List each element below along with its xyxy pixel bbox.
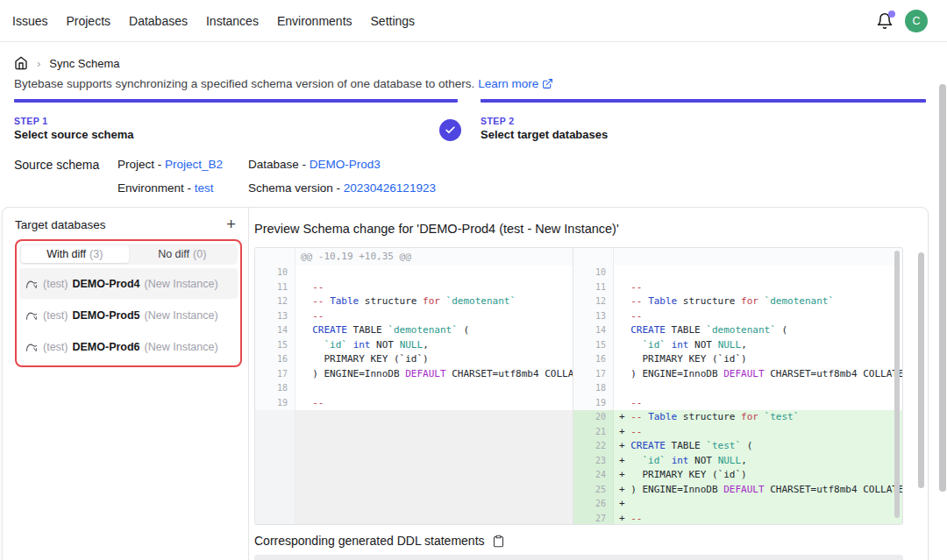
- diff-line: 14 CREATE TABLE `demotenant` (: [255, 323, 573, 338]
- step-1-title: Select source schema: [14, 128, 458, 141]
- database-label: Database -: [248, 158, 310, 171]
- target-databases-highlight-box: With diff(3)No diff(0) (test)DEMO-Prod4(…: [15, 239, 242, 367]
- database-environment: (test): [43, 309, 68, 322]
- page-title: Sync Schema: [49, 57, 119, 70]
- mysql-icon: [25, 278, 39, 290]
- database-note: (New Instance): [145, 278, 218, 290]
- nav-item-settings[interactable]: Settings: [371, 14, 416, 28]
- mysql-icon: [25, 309, 39, 322]
- diff-filler-line: [255, 483, 573, 498]
- diff-line: 17 ) ENGINE=InnoDB DEFAULT CHARSET=utf8m…: [255, 367, 573, 382]
- mysql-icon: [25, 341, 39, 353]
- page-scrollbar[interactable]: [939, 84, 946, 492]
- diff-line: 19 --: [573, 396, 902, 411]
- tab-label: With diff: [46, 248, 86, 260]
- database-name: DEMO-Prod4: [72, 278, 139, 290]
- diff-line: 18: [573, 381, 902, 396]
- clipboard-icon: [492, 535, 505, 548]
- field-schema-version: Schema version - 20230426121923: [248, 181, 436, 195]
- nav-item-projects[interactable]: Projects: [66, 14, 110, 28]
- diff-line: 20+ -- Table structure for `test`: [573, 410, 902, 425]
- diff-filler-line: [255, 497, 573, 512]
- diff-line: 16 PRIMARY KEY (`id`): [573, 352, 902, 367]
- diff-line: 17 ) ENGINE=InnoDB DEFAULT CHARSET=utf8m…: [573, 367, 902, 382]
- tab-no-diff[interactable]: No diff(0): [129, 245, 237, 263]
- database-note: (New Instance): [145, 309, 218, 322]
- nav-item-environments[interactable]: Environments: [277, 14, 352, 28]
- diff-line: 15 `id` int NOT NULL,: [255, 338, 573, 353]
- avatar[interactable]: C: [905, 10, 928, 32]
- database-item-demo-prod6[interactable]: (test)DEMO-Prod6(New Instance): [19, 331, 238, 362]
- environment-link[interactable]: test: [195, 181, 214, 195]
- field-project: Project - Project_B2: [117, 158, 223, 171]
- database-name: DEMO-Prod5: [72, 309, 139, 322]
- ddl-statements-label: Corresponding generated DDL statements: [254, 534, 485, 548]
- diff-scrollbar[interactable]: [894, 251, 900, 518]
- database-environment: (test): [43, 341, 68, 353]
- project-link[interactable]: Project_B2: [165, 158, 223, 171]
- intro-text-row: Bytebase supports synchronizing a specif…: [14, 77, 553, 90]
- step-2: STEP 2 Select target databases: [481, 99, 926, 141]
- diff-line: 22+ CREATE TABLE `test` (: [573, 439, 902, 454]
- diff-line: 27+ --: [573, 512, 902, 525]
- diff-line: 11 --: [255, 280, 573, 295]
- notification-dot: [888, 11, 895, 18]
- schema-diff-viewer: @@ -10,19 +10,35 @@1011 --12 -- Table st…: [254, 247, 903, 525]
- notification-bell-button[interactable]: [876, 12, 894, 30]
- nav-item-databases[interactable]: Databases: [129, 14, 188, 28]
- step-2-progress-bar: [481, 99, 926, 103]
- top-bar: IssuesProjectsDatabasesInstancesEnvironm…: [0, 0, 947, 42]
- diff-line: 25+ ) ENGINE=InnoDB DEFAULT CHARSET=utf8…: [573, 483, 902, 498]
- add-target-database-button[interactable]: +: [226, 216, 236, 232]
- target-databases-title: Target databases: [15, 218, 106, 231]
- preview-title: Preview Schema change for 'DEMO-Prod4 (t…: [254, 222, 619, 236]
- step-1-progress-bar: [14, 99, 458, 103]
- field-environment: Environment - test: [117, 181, 214, 195]
- content-scrollbar[interactable]: [918, 252, 924, 488]
- step-complete-check-icon: [439, 119, 461, 141]
- bell-icon: [876, 18, 894, 32]
- database-item-demo-prod4[interactable]: (test)DEMO-Prod4(New Instance): [19, 268, 238, 299]
- diff-line: 11 --: [573, 280, 902, 295]
- schema-version-link[interactable]: 20230426121923: [344, 181, 436, 195]
- diff-filler-line: [255, 410, 573, 425]
- field-database: Database - DEMO-Prod3: [248, 158, 381, 171]
- external-link-icon[interactable]: [542, 78, 553, 89]
- diff-hunk-header: @@ -10,19 +10,35 @@: [255, 248, 573, 266]
- tab-with-diff[interactable]: With diff(3): [21, 245, 129, 263]
- diff-line: 26+: [573, 497, 902, 512]
- nav-item-issues[interactable]: Issues: [12, 14, 47, 28]
- step-2-label: STEP 2: [481, 116, 926, 126]
- copy-ddl-button[interactable]: [492, 535, 505, 548]
- database-note: (New Instance): [145, 341, 218, 353]
- chevron-right-icon: ›: [37, 57, 40, 70]
- schema-version-label: Schema version -: [248, 181, 344, 195]
- nav-item-instances[interactable]: Instances: [206, 14, 259, 28]
- step-1-label: STEP 1: [14, 116, 458, 126]
- database-environment: (test): [43, 278, 68, 290]
- diff-pane-source: @@ -10,19 +10,35 @@1011 --12 -- Table st…: [255, 248, 573, 524]
- diff-filler-line: [255, 439, 573, 454]
- top-bar-right: C: [876, 10, 935, 32]
- home-icon[interactable]: [14, 56, 28, 70]
- diff-line: 19 --: [255, 396, 573, 411]
- database-name: DEMO-Prod6: [72, 341, 139, 353]
- diff-line: 24+ PRIMARY KEY (`id`): [573, 468, 902, 483]
- diff-line: 16 PRIMARY KEY (`id`): [255, 352, 573, 367]
- database-item-demo-prod5[interactable]: (test)DEMO-Prod5(New Instance): [19, 300, 238, 330]
- diff-line: 18: [255, 381, 573, 396]
- diff-line: 21+ --: [573, 425, 902, 440]
- diff-line: 10: [573, 266, 902, 280]
- ddl-statements-row: Corresponding generated DDL statements: [254, 534, 505, 548]
- main-card: Target databases + With diff(3)No diff(0…: [2, 207, 929, 560]
- diff-hunk-header: [573, 248, 902, 266]
- learn-more-link[interactable]: Learn more: [478, 77, 538, 90]
- tab-count: (3): [89, 248, 103, 260]
- database-link[interactable]: DEMO-Prod3: [310, 158, 381, 171]
- step-1: STEP 1 Select source schema: [14, 99, 458, 141]
- target-database-list: (test)DEMO-Prod4(New Instance)(test)DEMO…: [19, 268, 238, 362]
- diff-filler-line: [255, 468, 573, 483]
- diff-filler-line: [255, 512, 573, 525]
- tab-label: No diff: [158, 248, 189, 260]
- project-label: Project -: [117, 158, 165, 171]
